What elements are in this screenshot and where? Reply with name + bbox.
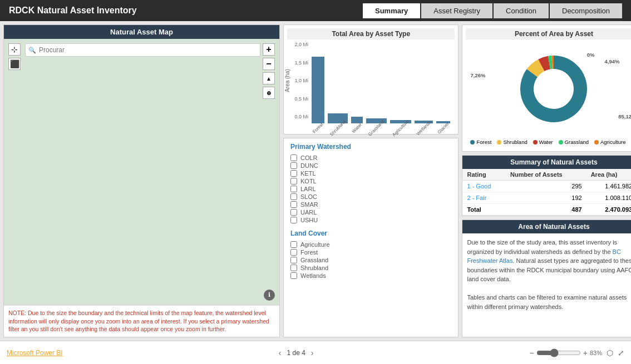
cell-area: 2.470.093,62 — [586, 204, 631, 216]
donut-chart-svg — [509, 44, 598, 133]
watershed-checkbox-larl[interactable] — [290, 186, 297, 192]
legend-item-shrubland: Shrubland — [497, 139, 527, 145]
watershed-checkbox-uarl[interactable] — [290, 209, 297, 216]
map-info-button[interactable]: ℹ — [264, 290, 275, 301]
zoom-in-footer[interactable]: + — [583, 348, 588, 357]
cell-rating: 2 - Fair — [462, 192, 506, 204]
watershed-checkbox-colr[interactable] — [290, 154, 297, 161]
watershed-label: SLOC — [300, 193, 317, 200]
tab-decomposition[interactable]: Decomposition — [550, 3, 622, 18]
landcover-item: Grassland — [290, 256, 451, 264]
watershed-label: KOTL — [300, 178, 317, 185]
watershed-checkbox-dunc[interactable] — [290, 162, 297, 169]
cell-rating: Total — [462, 204, 506, 216]
zoom-in-button[interactable]: + — [263, 43, 275, 56]
powerbi-link[interactable]: Microsoft Power BI — [7, 349, 63, 357]
tab-summary[interactable]: Summary — [363, 3, 420, 18]
landcover-checkbox-forest[interactable] — [290, 249, 297, 256]
y-label-0: 2,0 Mi — [294, 42, 308, 47]
landcover-checkbox-grassland[interactable] — [290, 257, 297, 263]
fullscreen-button[interactable]: ⤢ — [618, 348, 624, 357]
landcover-title: Land Cover — [290, 230, 451, 237]
watershed-item: DUNC — [290, 162, 451, 169]
bar-group: Shrubland — [328, 113, 348, 131]
watershed-checkbox-kotl[interactable] — [290, 178, 297, 185]
search-input[interactable] — [25, 43, 260, 57]
bar-group: Forest — [312, 57, 324, 131]
landcover-item: Forest — [290, 248, 451, 256]
map-locate-button[interactable]: ⊕ — [263, 87, 275, 99]
legend-label: Forest — [476, 139, 491, 145]
watershed-label: COLR — [300, 154, 318, 161]
summary-title: Summary of Natural Assets — [462, 156, 631, 169]
watershed-checkbox-ketl[interactable] — [290, 170, 297, 177]
zoom-out-footer[interactable]: − — [530, 348, 534, 357]
y-label-4: 0,0 Mi — [294, 114, 308, 119]
legend-label: Shrubland — [503, 139, 527, 145]
map-area: ⊹ ⬛ 🔍 + − ▲ ⊕ ℹ — [4, 39, 279, 305]
watershed-checkbox-ushu[interactable] — [290, 217, 297, 223]
bar-forest[interactable] — [312, 57, 324, 123]
y-axis-label: Area (ha) — [284, 69, 290, 92]
watershed-label: UARL — [300, 209, 317, 216]
bar-group: Glacier — [436, 121, 450, 131]
watershed-label: KETL — [300, 170, 316, 177]
landcover-items: AgricultureForestGrasslandShrublandWetla… — [290, 241, 451, 280]
y-label-3: 0,5 Mi — [294, 96, 308, 102]
nav-tabs: Summary Asset Registry Condition Decompo… — [363, 3, 622, 18]
table-row: Total4872.470.093,62 — [462, 204, 631, 216]
landcover-checkbox-agriculture[interactable] — [290, 241, 297, 248]
table-row: 1 - Good2951.461.982,73 — [462, 181, 631, 192]
map-note-text: NOTE: Due to the size the boundary and t… — [8, 310, 269, 332]
zoom-percent: 83% — [590, 350, 602, 356]
watershed-label: USHU — [300, 217, 318, 223]
map-controls-left: ⊹ ⬛ — [8, 43, 21, 70]
legend-label: Water — [539, 139, 553, 145]
watershed-items: COLRDUNCKETLKOTLLARLSLOCSMARUARLUSHU — [290, 154, 451, 224]
landcover-checkbox-wetlands[interactable] — [290, 272, 297, 279]
watershed-title: Primary Watershed — [290, 143, 451, 151]
col-assets: Number of Assets — [506, 169, 586, 181]
watershed-checkbox-smar[interactable] — [290, 201, 297, 208]
map-panel: Natural Asset Map ⊹ ⬛ 🔍 + − ▲ ⊕ ℹ NOTE: … — [3, 24, 280, 337]
area-text: Due to the size of the study area, this … — [462, 233, 631, 316]
bar-water[interactable] — [351, 117, 363, 123]
zoom-out-button[interactable]: − — [263, 58, 275, 70]
cell-area: 1.461.982,73 — [586, 181, 631, 192]
watershed-item: SMAR — [290, 201, 451, 208]
landcover-label: Agriculture — [300, 241, 330, 248]
watershed-label: SMAR — [300, 201, 318, 208]
landcover-item: Shrubland — [290, 264, 451, 272]
right-panel: Percent of Area by Asset 4,94% 0% 7,26% … — [462, 24, 631, 337]
table-row: 2 - Fair1921.008.110,88 — [462, 192, 631, 204]
search-icon: 🔍 — [28, 47, 36, 54]
watershed-section: Primary Watershed COLRDUNCKETLKOTLLARLSL… — [290, 143, 451, 224]
map-controls-right: + − ▲ ⊕ — [263, 43, 275, 99]
legend-item-grassland: Grassland — [559, 139, 589, 145]
y-label-2: 1,0 Mi — [294, 78, 308, 83]
tab-condition[interactable]: Condition — [494, 3, 549, 18]
landcover-checkbox-shrubland[interactable] — [290, 265, 297, 271]
bar-label-water: Water — [351, 122, 363, 134]
legend-item-agriculture: Agriculture — [594, 139, 625, 145]
bc-link[interactable]: BC Freshwater Atlas — [467, 248, 620, 265]
legend-item-water: Water — [533, 139, 553, 145]
bar-chart-panel: Total Area by Asset Type 2,0 Mi 1,5 Mi 1… — [283, 24, 459, 134]
next-page-button[interactable]: › — [311, 348, 314, 357]
zoom-slider[interactable] — [536, 348, 581, 357]
map-tool-zoom[interactable]: ⬛ — [8, 58, 21, 70]
share-button[interactable]: ⬡ — [607, 348, 613, 357]
watershed-item: KOTL — [290, 177, 451, 185]
landcover-label: Forest — [300, 249, 318, 256]
landcover-label: Shrubland — [300, 265, 328, 271]
watershed-checkbox-sloc[interactable] — [290, 193, 297, 200]
cell-assets: 192 — [506, 192, 586, 204]
prev-page-button[interactable]: ‹ — [279, 348, 282, 357]
map-tool-select[interactable]: ⊹ — [8, 43, 21, 56]
landcover-item: Wetlands — [290, 272, 451, 280]
pct-label-0: 4,94% — [605, 58, 620, 64]
map-north-button[interactable]: ▲ — [263, 72, 275, 84]
tab-asset-registry[interactable]: Asset Registry — [421, 3, 492, 18]
map-title: Natural Asset Map — [4, 25, 279, 39]
landcover-label: Wetlands — [300, 272, 326, 279]
